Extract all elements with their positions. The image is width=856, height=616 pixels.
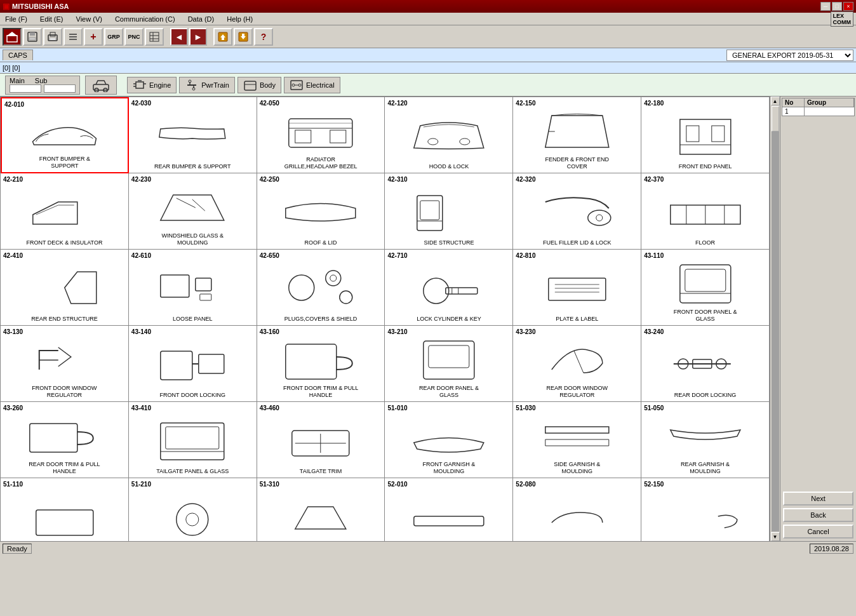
minimize-button[interactable]: ─ bbox=[820, 2, 831, 11]
part-cell-42-370[interactable]: 42-370 FLOOR bbox=[641, 173, 770, 250]
part-cell-42-030[interactable]: 42-030 REAR BUMPER & SUPPORT bbox=[129, 97, 257, 173]
engine-label: Engine bbox=[149, 81, 171, 89]
part-cell-51-110[interactable]: 51-110 bbox=[1, 478, 129, 541]
part-cell-42-320[interactable]: 42-320 FUEL FILLER LID & LOCK bbox=[513, 173, 641, 250]
body-tab[interactable]: Body bbox=[237, 77, 281, 93]
part-cell-42-310[interactable]: 42-310 SIDE STRUCTURE bbox=[385, 173, 513, 250]
menu-help[interactable]: Help (H) bbox=[224, 14, 255, 24]
next-button[interactable]: Next bbox=[783, 492, 853, 506]
part-cell-43-240[interactable]: 43-240 REAR DOOR LOCKING bbox=[641, 326, 770, 402]
svg-rect-54 bbox=[420, 201, 439, 220]
print-button[interactable] bbox=[43, 28, 62, 46]
part-cell-42-810[interactable]: 42-810 PLATE & LABEL bbox=[513, 250, 641, 326]
part-cell-42-610[interactable]: 42-610 LOOSE PANEL bbox=[129, 250, 257, 326]
part-cell-51-010[interactable]: 51-010 FRONT GARNISH &MOULDING bbox=[385, 402, 513, 478]
cancel-button[interactable]: Cancel bbox=[783, 525, 853, 539]
add-button[interactable]: + bbox=[84, 28, 103, 46]
part-label: FLOOR bbox=[644, 239, 766, 246]
menu-view[interactable]: View (V) bbox=[74, 14, 105, 24]
sub-input[interactable] bbox=[44, 84, 76, 93]
part-image bbox=[516, 489, 638, 541]
group-button[interactable]: GRP bbox=[104, 28, 123, 46]
part-code: 42-250 bbox=[260, 176, 382, 183]
export-dropdown[interactable]: GENERAL EXPORT 2019-05-31 bbox=[726, 50, 853, 61]
part-cell-52-010[interactable]: 52-010 bbox=[385, 478, 513, 541]
caps-tab[interactable]: CAPS bbox=[3, 50, 33, 60]
table-button[interactable] bbox=[145, 28, 164, 46]
menu-data[interactable]: Data (D) bbox=[185, 14, 217, 24]
part-cell-42-180[interactable]: 42-180 FRONT END PANEL bbox=[641, 97, 770, 173]
svg-point-67 bbox=[330, 275, 337, 281]
part-code: 43-140 bbox=[131, 328, 254, 335]
save-button[interactable] bbox=[23, 28, 42, 46]
car-icon-tab[interactable] bbox=[85, 76, 117, 95]
part-cell-51-050[interactable]: 51-050 REAR GARNISH &MOULDING bbox=[641, 402, 770, 478]
nav-next-button[interactable]: ► bbox=[189, 28, 207, 46]
part-code: 43-260 bbox=[3, 405, 126, 412]
svg-point-100 bbox=[177, 504, 208, 535]
part-cell-42-150[interactable]: 42-150 FENDER & FRONT ENDCOVER bbox=[513, 97, 641, 173]
electrical-tab[interactable]: Electrical bbox=[284, 77, 340, 93]
part-cell-42-010[interactable]: 42-010 FRONT BUMPER &SUPPORT bbox=[1, 97, 129, 173]
scroll-thumb[interactable] bbox=[772, 106, 779, 131]
scroll-down-button[interactable]: ▼ bbox=[771, 532, 780, 541]
part-cell-43-230[interactable]: 43-230 REAR DOOR WINDOWREGULATOR bbox=[513, 326, 641, 402]
nav-prev-button[interactable]: ◄ bbox=[170, 28, 188, 46]
menu-communication[interactable]: Communication (C) bbox=[112, 14, 178, 24]
pwrtrain-tab[interactable]: PwrTrain bbox=[179, 77, 235, 93]
main-sub-inputs[interactable] bbox=[10, 84, 76, 93]
part-cell-42-650[interactable]: 42-650 PLUGS,COVERS & SHIELD bbox=[257, 250, 385, 326]
menu-file[interactable]: File (F) bbox=[3, 14, 30, 24]
part-cell-43-160[interactable]: 43-160 FRONT DOOR TRIM & PULLHANDLE bbox=[257, 326, 385, 402]
engine-tab[interactable]: Engine bbox=[127, 77, 177, 93]
part-cell-42-710[interactable]: 42-710 LOCK CYLINDER & KEY bbox=[385, 250, 513, 326]
title-bar-controls[interactable]: ─ □ × bbox=[820, 2, 853, 11]
part-cell-51-310[interactable]: 51-310 bbox=[257, 478, 385, 541]
back-button[interactable]: Back bbox=[783, 508, 853, 522]
part-cell-42-230[interactable]: 42-230 WINDSHIELD GLASS &MOULDING bbox=[129, 173, 257, 250]
svg-rect-24 bbox=[140, 80, 142, 82]
close-button[interactable]: × bbox=[843, 2, 853, 11]
part-cell-43-110[interactable]: 43-110 FRONT DOOR PANEL &GLASS bbox=[641, 250, 770, 326]
scroll-track[interactable] bbox=[772, 106, 779, 532]
svg-rect-4 bbox=[29, 37, 36, 40]
svg-rect-6 bbox=[50, 32, 55, 36]
menu-edit[interactable]: Edit (E) bbox=[37, 14, 66, 24]
part-code: 42-810 bbox=[516, 252, 638, 259]
part-cell-42-120[interactable]: 42-120 HOOD & LOCK bbox=[385, 97, 513, 173]
main-input[interactable] bbox=[10, 84, 41, 93]
part-cell-42-410[interactable]: 42-410 REAR END STRUCTURE bbox=[1, 250, 129, 326]
list-button[interactable] bbox=[64, 28, 83, 46]
part-cell-52-150[interactable]: 52-150 bbox=[641, 478, 770, 541]
no-group-row[interactable]: 1 bbox=[782, 107, 855, 116]
part-cell-43-130[interactable]: 43-130 FRONT DOOR WINDOWREGULATOR bbox=[1, 326, 129, 402]
svg-rect-3 bbox=[30, 32, 35, 36]
status-right: GENERAL EXPORT 2019-05-31 bbox=[726, 50, 853, 61]
part-cell-51-210[interactable]: 51-210 bbox=[129, 478, 257, 541]
vertical-scrollbar[interactable]: ▲ ▼ bbox=[770, 97, 780, 541]
part-cell-43-140[interactable]: 43-140 FRONT DOOR LOCKING bbox=[129, 326, 257, 402]
export-button[interactable] bbox=[213, 28, 232, 46]
part-code: 43-240 bbox=[644, 328, 766, 335]
part-cell-42-250[interactable]: 42-250 ROOF & LID bbox=[257, 173, 385, 250]
parts-grid-container[interactable]: 42-010 FRONT BUMPER &SUPPORT 42-030 REAR… bbox=[0, 97, 770, 541]
part-label: WINDSHIELD GLASS &MOULDING bbox=[131, 232, 254, 246]
part-cell-43-260[interactable]: 43-260 REAR DOOR TRIM & PULLHANDLE bbox=[1, 402, 129, 478]
maximize-button[interactable]: □ bbox=[832, 2, 842, 11]
caps-bar: CAPS GENERAL EXPORT 2019-05-31 bbox=[0, 48, 856, 62]
part-cell-52-080[interactable]: 52-080 bbox=[513, 478, 641, 541]
home-button[interactable] bbox=[3, 28, 22, 46]
part-cell-43-410[interactable]: 43-410 TAILGATE PANEL & GLASS bbox=[129, 402, 257, 478]
part-image bbox=[131, 260, 254, 314]
import-button[interactable] bbox=[234, 28, 253, 46]
part-cell-51-030[interactable]: 51-030 SIDE GARNISH &MOULDING bbox=[513, 402, 641, 478]
part-cell-43-210[interactable]: 43-210 REAR DOOR PANEL &GLASS bbox=[385, 326, 513, 402]
part-cell-43-460[interactable]: 43-460 TAILGATE TRIM bbox=[257, 402, 385, 478]
help-button[interactable]: ? bbox=[254, 28, 273, 46]
scroll-up-button[interactable]: ▲ bbox=[771, 97, 780, 105]
parts-grid: 42-010 FRONT BUMPER &SUPPORT 42-030 REAR… bbox=[0, 97, 770, 541]
part-cell-42-210[interactable]: 42-210 FRONT DECK & INSULATOR bbox=[1, 173, 129, 250]
part-cell-42-050[interactable]: 42-050 RADIATORGRILLE,HEADLAMP BEZEL bbox=[257, 97, 385, 173]
sub-label: Sub bbox=[35, 77, 48, 84]
pnc-button[interactable]: PNC bbox=[124, 28, 144, 46]
